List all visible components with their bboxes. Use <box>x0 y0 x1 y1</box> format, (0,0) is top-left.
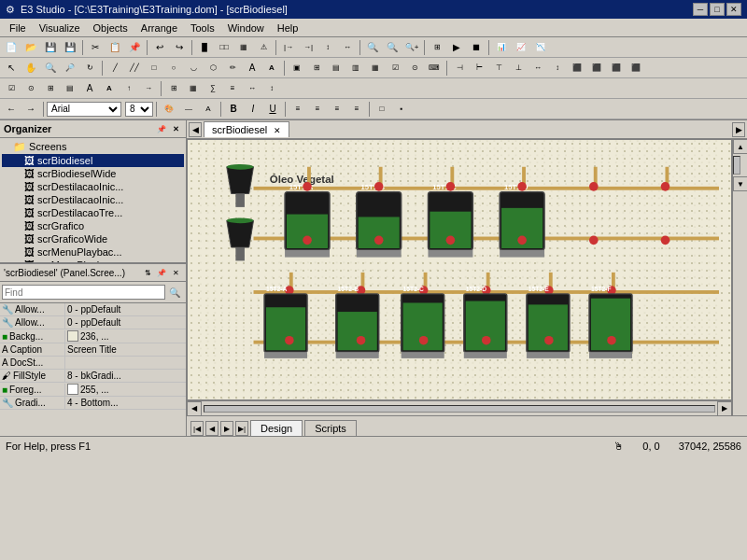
tb-magnify[interactable]: 🔍 <box>41 60 60 77</box>
tb-copy[interactable]: 📋 <box>106 39 124 56</box>
tb-align3[interactable]: ⊤ <box>489 60 508 77</box>
tb-arc[interactable]: ◡ <box>184 60 203 77</box>
tab-scripts[interactable]: Scripts <box>304 420 357 436</box>
tree-scrdestilacaotre[interactable]: 🖼 scrDestilacaoTre... <box>2 206 184 219</box>
tb-obj2[interactable]: ⊞ <box>307 60 326 77</box>
tab-nav-left[interactable]: ◀ <box>189 122 202 137</box>
tb-border[interactable]: □ <box>373 101 391 118</box>
tb-polyline[interactable]: ╱╱ <box>125 60 144 77</box>
tb-chart2[interactable]: 📈 <box>512 39 530 56</box>
tb-f1[interactable]: ⊞ <box>164 80 183 97</box>
tb-rotate[interactable]: ↻ <box>80 60 99 77</box>
tb-align7[interactable]: ⬛ <box>568 60 586 77</box>
h-scroll-track[interactable] <box>204 405 715 413</box>
tb-align-left[interactable]: ≡ <box>289 101 307 118</box>
tree-scrgrafico[interactable]: 🖼 scrGrafico <box>2 219 184 232</box>
tree-scrgraficowide[interactable]: 🖼 scrGraficoWide <box>2 232 184 245</box>
menu-help[interactable]: Help <box>272 21 304 35</box>
tb-type[interactable]: A <box>80 80 99 97</box>
prop-caption-value[interactable]: Screen Title <box>65 343 186 356</box>
tb-b4[interactable]: ⚠ <box>254 39 273 56</box>
tb-b5[interactable]: |→ <box>279 39 298 56</box>
v-scroll-down[interactable]: ▼ <box>733 176 747 191</box>
tb-arrow1[interactable]: ↑ <box>120 80 138 97</box>
tb-align1[interactable]: ⊣ <box>450 60 469 77</box>
tb-pen[interactable]: ✏ <box>223 60 242 77</box>
tb-italic[interactable]: I <box>244 101 262 118</box>
tb-justify[interactable]: ≡ <box>347 101 366 118</box>
tb-stop[interactable]: ⏹ <box>467 39 486 56</box>
tb-f4[interactable]: ≡ <box>223 80 242 97</box>
font-name-select[interactable]: Arial <box>47 102 121 117</box>
v-scroll-up[interactable]: ▲ <box>733 139 747 154</box>
menu-arrange[interactable]: Arrange <box>135 21 183 35</box>
properties-sort[interactable]: ⇅ <box>141 266 154 279</box>
tab-scrbiodiesel[interactable]: scrBiodiesel ✕ <box>204 121 289 137</box>
tab-close-btn[interactable]: ✕ <box>274 126 281 135</box>
properties-close[interactable]: ✕ <box>169 266 182 279</box>
tree-scrbiodieselwide[interactable]: 🖼 scrBiodieselWide <box>2 167 184 180</box>
tb-obj3[interactable]: ▤ <box>327 60 345 77</box>
prop-backg-value[interactable]: 236, ... <box>65 329 186 343</box>
tb-radio[interactable]: ⊙ <box>21 80 40 97</box>
tb-align-center[interactable]: ≡ <box>308 101 327 118</box>
tb-obj8[interactable]: ⌨ <box>425 60 444 77</box>
v-scroll-track[interactable] <box>733 156 740 175</box>
properties-search-input[interactable] <box>2 285 165 300</box>
organizer-pin[interactable]: 📌 <box>155 122 168 135</box>
prop-fillstyle-value[interactable]: 8 - bkGradi... <box>65 370 186 382</box>
tb-text2[interactable]: A <box>262 60 281 77</box>
tb-line[interactable]: ╱ <box>106 60 124 77</box>
tb-f2[interactable]: ▦ <box>184 80 203 97</box>
menu-visualize[interactable]: Visualize <box>34 21 86 35</box>
tb-align5[interactable]: ↔ <box>529 60 547 77</box>
tb-text[interactable]: A <box>243 60 261 77</box>
tree-scrmenuplayback1[interactable]: 🖼 scrMenuPlaybac... <box>2 245 184 259</box>
properties-search-btn[interactable]: 🔍 <box>165 284 184 301</box>
tb-align6[interactable]: ↕ <box>548 60 567 77</box>
tb-f6[interactable]: ↕ <box>262 80 281 97</box>
tb-align-right[interactable]: ≡ <box>328 101 346 118</box>
font-size-select[interactable]: 8 <box>125 102 153 117</box>
tab-design[interactable]: Design <box>250 420 303 436</box>
tb-type2[interactable]: A <box>100 80 119 97</box>
bottom-nav-prev[interactable]: ◀ <box>205 421 218 436</box>
tb-undo[interactable]: ↩ <box>150 39 169 56</box>
tb-chart3[interactable]: 📉 <box>531 39 550 56</box>
tb-b7[interactable]: ↕ <box>318 39 337 56</box>
bottom-nav-last[interactable]: ▶| <box>235 421 248 436</box>
tree-scrmenuplayback2[interactable]: 🖼 scrMenuPlaybac... <box>2 259 184 262</box>
tb-rect[interactable]: □ <box>145 60 163 77</box>
tb-bold[interactable]: B <box>224 101 243 118</box>
properties-pin[interactable]: 📌 <box>155 266 168 279</box>
tb-shadow[interactable]: ▪ <box>392 101 411 118</box>
tb-b2[interactable]: □□ <box>215 39 233 56</box>
tb-obj7[interactable]: ⊙ <box>405 60 424 77</box>
tb-paste[interactable]: 📌 <box>125 39 144 56</box>
tb-grid[interactable]: ⊞ <box>428 39 446 56</box>
prop-foreg-value[interactable]: 255, ... <box>65 383 186 396</box>
tb-hand[interactable]: ✋ <box>21 60 40 77</box>
tb-open[interactable]: 📂 <box>21 39 40 56</box>
tb-align8[interactable]: ⬛ <box>587 60 606 77</box>
tb-select[interactable]: ↖ <box>2 60 21 77</box>
tb-zoom-area[interactable]: 🔎 <box>61 60 79 77</box>
prop-allow2-value[interactable]: 0 - ppDefault <box>65 316 186 329</box>
tb-underline[interactable]: U <box>263 101 282 118</box>
tb-b1[interactable]: ▐▌ <box>195 39 214 56</box>
tb-b6[interactable]: →| <box>299 39 317 56</box>
tb-checkbox[interactable]: ☑ <box>2 80 21 97</box>
tb-ellipse[interactable]: ○ <box>164 60 183 77</box>
tree-screens[interactable]: 📁 Screens <box>2 140 184 154</box>
tb-cut[interactable]: ✂ <box>86 39 105 56</box>
menu-objects[interactable]: Objects <box>88 21 134 35</box>
tb-obj1[interactable]: ▣ <box>288 60 306 77</box>
h-scroll-right[interactable]: ▶ <box>717 401 732 416</box>
tb-align2[interactable]: ⊢ <box>470 60 488 77</box>
bottom-nav-next[interactable]: ▶ <box>220 421 233 436</box>
tb-align9[interactable]: ⬛ <box>607 60 626 77</box>
tb-zoom-in[interactable]: 🔍 <box>363 39 382 56</box>
tb-align10[interactable]: ⬛ <box>627 60 645 77</box>
prop-docst-value[interactable] <box>65 362 186 364</box>
tb-arrow2[interactable]: → <box>139 80 158 97</box>
